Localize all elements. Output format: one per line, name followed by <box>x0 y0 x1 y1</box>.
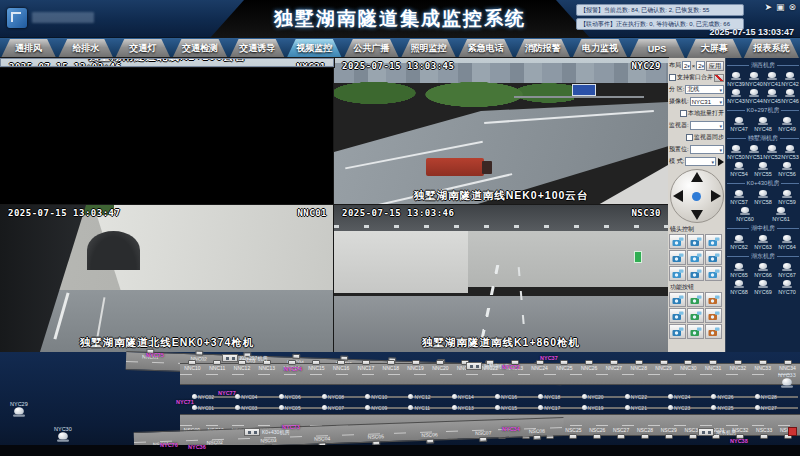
tab-照明监控[interactable]: 照明监控 <box>401 39 456 58</box>
camera-select[interactable]: NYC31▾ <box>690 97 724 106</box>
apply-button[interactable]: 应用 <box>706 61 724 71</box>
audio-button[interactable] <box>669 324 686 339</box>
zoom-in-button[interactable] <box>669 234 686 249</box>
tree-camera-NYC53[interactable]: NYC53 <box>782 145 799 160</box>
schematic-camera-NNC25[interactable]: NNC25 <box>552 364 577 384</box>
tab-交通检测[interactable]: 交通检测 <box>172 39 227 58</box>
schematic-camera-NSC33[interactable]: NSC33 <box>752 415 776 435</box>
schematic-ptz-NYC04[interactable]: NYC04 <box>235 392 278 401</box>
tree-camera-NYC44[interactable]: NYC44 <box>746 89 763 104</box>
tree-camera-NYC68[interactable]: NYC68 <box>728 280 751 295</box>
schematic-camera-NNC28[interactable]: NNC28 <box>626 364 651 384</box>
schematic-highlight-NYC38[interactable]: NYC38 <box>730 438 748 444</box>
tree-camera-NYC70[interactable]: NYC70 <box>776 280 799 295</box>
tree-camera-NYC67[interactable]: NYC67 <box>776 263 799 278</box>
tree-camera-NYC56[interactable]: NYC56 <box>779 162 796 177</box>
schematic-camera-NNC11[interactable]: NNC11 <box>205 364 230 384</box>
schematic-camera-NNC24[interactable]: NNC24 <box>527 364 552 384</box>
iris-open-button[interactable] <box>669 266 686 281</box>
schematic-highlight-NYC37[interactable]: NYC37 <box>540 355 558 361</box>
tab-电力监视[interactable]: 电力监视 <box>572 39 627 58</box>
snapshot-button[interactable] <box>669 292 686 307</box>
tree-camera-NYC64[interactable]: NYC64 <box>776 235 799 250</box>
focus-far-button[interactable] <box>687 250 704 265</box>
flag-icon[interactable] <box>718 158 724 166</box>
schematic-ptz-NYC06[interactable]: NYC06 <box>279 392 322 401</box>
tab-视频监控[interactable]: 视频监控 <box>287 39 342 58</box>
tab-UPS[interactable]: UPS <box>630 39 685 58</box>
tree-camera-NYC60[interactable]: NYC60 <box>734 207 757 222</box>
local-batch-checkbox[interactable] <box>680 110 687 117</box>
schematic-ptz-NYC25[interactable]: NYC25 <box>711 403 754 412</box>
schematic-ptz-NYC26[interactable]: NYC26 <box>711 392 754 401</box>
tree-camera-NYC59[interactable]: NYC59 <box>776 190 799 205</box>
schematic-camera-NSC06[interactable]: NSC06 <box>402 422 456 441</box>
preset-select[interactable]: ▾ <box>690 145 724 154</box>
schematic-camera-NSC04[interactable]: NSC04 <box>295 426 349 445</box>
tree-camera-NYC57[interactable]: NYC57 <box>728 190 751 205</box>
tree-camera-NYC42[interactable]: NYC42 <box>782 72 799 87</box>
tab-交通诱导[interactable]: 交通诱导 <box>230 39 285 58</box>
video-feed-3[interactable]: 2025-07-15 13:03:47 NNC01 独墅湖南隧道北线ENK0+3… <box>0 205 334 352</box>
monitor-sync-checkbox[interactable] <box>686 134 693 141</box>
schematic-ptz-NYC20[interactable]: NYC20 <box>582 392 625 401</box>
schematic-highlight-NYC36[interactable]: NYC36 <box>188 444 206 450</box>
record-button[interactable] <box>687 292 704 307</box>
schematic-ptz-NYC11[interactable]: NYC11 <box>408 403 451 412</box>
tab-通排风[interactable]: 通排风 <box>1 39 56 58</box>
tree-camera-NYC46[interactable]: NYC46 <box>782 89 799 104</box>
schematic-camera-NNC31[interactable]: NNC31 <box>701 364 726 384</box>
tree-camera-NYC66[interactable]: NYC66 <box>752 263 775 278</box>
close-video-icon[interactable] <box>714 74 724 82</box>
tab-公共广播[interactable]: 公共广播 <box>344 39 399 58</box>
settings-button[interactable] <box>705 324 722 339</box>
schematic-ptz-NYC14[interactable]: NYC14 <box>452 392 495 401</box>
schematic-ptz-NYC03[interactable]: NYC03 <box>235 403 278 412</box>
schematic-ptz-NYC01[interactable]: NYC01 <box>192 403 235 412</box>
schematic-camera-NYC30[interactable]: NYC30 <box>54 426 72 441</box>
preset-call-button[interactable] <box>687 324 704 339</box>
schematic-camera-NNC19[interactable]: NNC19 <box>403 364 428 384</box>
tree-camera-NYC65[interactable]: NYC65 <box>728 263 751 278</box>
schematic-highlight-NYC76[interactable]: NYC76 <box>160 442 178 448</box>
schematic-ptz-NYC12[interactable]: NYC12 <box>408 392 451 401</box>
schematic-camera-NNC17[interactable]: NNC17 <box>354 364 379 384</box>
video-feed-4[interactable]: 2025-07-15 13:03:46 NSC30 独墅湖南隧道南线K1+860… <box>334 205 668 352</box>
schematic-camera-NNC16[interactable]: NNC16 <box>329 364 354 384</box>
layout-rows-select[interactable]: 2▾ <box>682 61 691 70</box>
ptz-up-arrow[interactable] <box>691 172 703 182</box>
schematic-camera-NNC27[interactable]: NNC27 <box>602 364 627 384</box>
tree-camera-NYC55[interactable]: NYC55 <box>755 162 772 177</box>
schematic-camera-NSC27[interactable]: NSC27 <box>609 415 633 435</box>
schematic-camera-NYC33[interactable]: NYC33 <box>778 372 796 387</box>
schematic-highlight-NYC77[interactable]: NYC77 <box>218 390 236 396</box>
tab-消防报警[interactable]: 消防报警 <box>515 39 570 58</box>
tree-camera-NYC39[interactable]: NYC39 <box>728 72 745 87</box>
ptz-left-arrow[interactable] <box>673 190 683 202</box>
tree-camera-NYC61[interactable]: NYC61 <box>770 207 793 222</box>
search-button[interactable] <box>705 292 722 307</box>
schematic-camera-NSC05[interactable]: NSC05 <box>349 424 403 443</box>
tree-camera-NYC63[interactable]: NYC63 <box>752 235 775 250</box>
schematic-camera-NNC12[interactable]: NNC12 <box>230 364 255 384</box>
tab-交通灯[interactable]: 交通灯 <box>115 39 170 58</box>
schematic-ptz-NYC24[interactable]: NYC24 <box>668 392 711 401</box>
merge-window-checkbox[interactable] <box>669 74 676 81</box>
schematic-ptz-NYC15[interactable]: NYC15 <box>495 403 538 412</box>
schematic-camera-NNC29[interactable]: NNC29 <box>651 364 676 384</box>
schematic-camera-NSC28[interactable]: NSC28 <box>633 415 657 435</box>
schematic-ptz-NYC17[interactable]: NYC17 <box>538 403 581 412</box>
tree-camera-NYC54[interactable]: NYC54 <box>731 162 748 177</box>
schematic-highlight-NYC71[interactable]: NYC71 <box>176 399 194 405</box>
tree-camera-NYC47[interactable]: NYC47 <box>728 117 751 132</box>
schematic-highlight-NYC75[interactable]: NYC75 <box>146 352 164 358</box>
iris-auto-button[interactable] <box>705 266 722 281</box>
schematic-ptz-NYC16[interactable]: NYC16 <box>495 392 538 401</box>
tree-camera-NYC52[interactable]: NYC52 <box>764 145 781 160</box>
tree-camera-NYC58[interactable]: NYC58 <box>752 190 775 205</box>
zone-select[interactable]: 北线▾ <box>685 85 724 94</box>
map-button[interactable] <box>705 308 722 323</box>
zoom-auto-button[interactable] <box>705 234 722 249</box>
tree-camera-NYC50[interactable]: NYC50 <box>728 145 745 160</box>
schematic-camera-NNC32[interactable]: NNC32 <box>726 364 751 384</box>
